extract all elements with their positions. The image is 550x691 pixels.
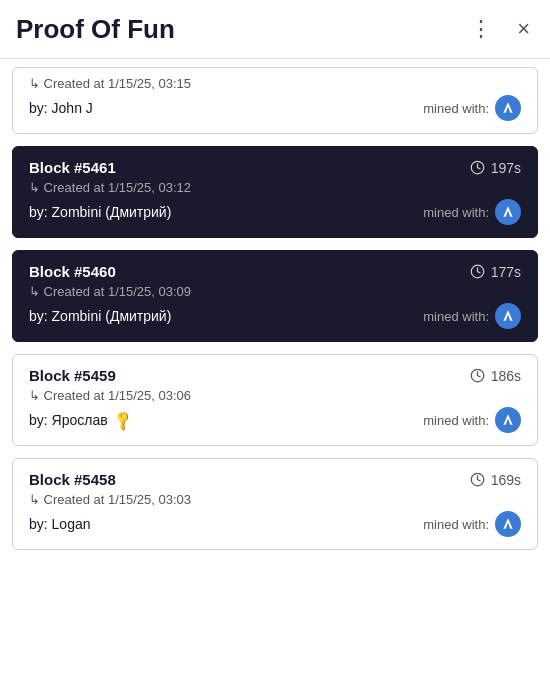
block-top-5461: Block #5461 197s — [29, 159, 521, 176]
clock-icon-5459 — [470, 368, 486, 384]
block-by-5459: by: Ярослав 🔑 — [29, 412, 131, 428]
block-bottom-partial: by: John J mined with: — [29, 95, 521, 121]
block-created-5459: ↳ Created at 1/15/25, 03:06 — [29, 388, 521, 403]
block-bottom-5461: by: Zombini (Дмитрий) mined with: — [29, 199, 521, 225]
block-bottom-5459: by: Ярослав 🔑 mined with: — [29, 407, 521, 433]
verus-logo-5459 — [495, 407, 521, 433]
blocks-list: ↳ Created at 1/15/25, 03:15 by: John J m… — [0, 59, 550, 570]
clock-icon-5461 — [470, 160, 486, 176]
mined-with-5459: mined with: — [423, 407, 521, 433]
block-card-5461: Block #5461 197s ↳ Created at 1/15/25, 0… — [12, 146, 538, 238]
block-seconds-5459: 186s — [491, 368, 521, 384]
mined-label-5460: mined with: — [423, 309, 489, 324]
block-by-5461: by: Zombini (Дмитрий) — [29, 204, 171, 220]
block-created-5461: ↳ Created at 1/15/25, 03:12 — [29, 180, 521, 195]
block-card-5460: Block #5460 177s ↳ Created at 1/15/25, 0… — [12, 250, 538, 342]
block-top-5458: Block #5458 169s — [29, 471, 521, 488]
verus-logo-partial — [495, 95, 521, 121]
header-actions: ⋮ × — [466, 12, 534, 46]
app-container: Proof Of Fun ⋮ × ↳ Created at 1/15/25, 0… — [0, 0, 550, 570]
block-number-5459: Block #5459 — [29, 367, 116, 384]
block-card-5458: Block #5458 169s ↳ Created at 1/15/25, 0… — [12, 458, 538, 550]
verus-logo-5458 — [495, 511, 521, 537]
verus-logo-5461 — [495, 199, 521, 225]
block-card-5459: Block #5459 186s ↳ Created at 1/15/25, 0… — [12, 354, 538, 446]
block-by-5460: by: Zombini (Дмитрий) — [29, 308, 171, 324]
block-time-5460: 177s — [470, 264, 521, 280]
close-button[interactable]: × — [513, 12, 534, 46]
mined-label-5461: mined with: — [423, 205, 489, 220]
more-options-button[interactable]: ⋮ — [466, 12, 497, 46]
mined-label-5458: mined with: — [423, 517, 489, 532]
mined-with-5461: mined with: — [423, 199, 521, 225]
mined-with-partial: mined with: — [423, 95, 521, 121]
mined-with-5460: mined with: — [423, 303, 521, 329]
block-seconds-5458: 169s — [491, 472, 521, 488]
clock-icon-5460 — [470, 264, 486, 280]
clock-icon-5458 — [470, 472, 486, 488]
mined-label-5459: mined with: — [423, 413, 489, 428]
header: Proof Of Fun ⋮ × — [0, 0, 550, 59]
block-top-5460: Block #5460 177s — [29, 263, 521, 280]
mined-with-5458: mined with: — [423, 511, 521, 537]
block-number-5460: Block #5460 — [29, 263, 116, 280]
block-created-5460: ↳ Created at 1/15/25, 03:09 — [29, 284, 521, 299]
block-number-5461: Block #5461 — [29, 159, 116, 176]
block-number-5458: Block #5458 — [29, 471, 116, 488]
page-title: Proof Of Fun — [16, 14, 175, 45]
block-bottom-5460: by: Zombini (Дмитрий) mined with: — [29, 303, 521, 329]
block-created-5458: ↳ Created at 1/15/25, 03:03 — [29, 492, 521, 507]
mined-label-partial: mined with: — [423, 101, 489, 116]
block-card-partial: ↳ Created at 1/15/25, 03:15 by: John J m… — [12, 67, 538, 134]
key-icon-5459: 🔑 — [110, 408, 133, 431]
block-by-partial: by: John J — [29, 100, 93, 116]
block-time-5458: 169s — [470, 472, 521, 488]
block-time-5461: 197s — [470, 160, 521, 176]
block-created-partial: ↳ Created at 1/15/25, 03:15 — [29, 76, 521, 91]
block-seconds-5460: 177s — [491, 264, 521, 280]
block-time-5459: 186s — [470, 368, 521, 384]
close-icon: × — [517, 16, 530, 42]
block-seconds-5461: 197s — [491, 160, 521, 176]
more-icon: ⋮ — [470, 16, 493, 42]
block-by-5458: by: Logan — [29, 516, 91, 532]
block-bottom-5458: by: Logan mined with: — [29, 511, 521, 537]
block-top-5459: Block #5459 186s — [29, 367, 521, 384]
verus-logo-5460 — [495, 303, 521, 329]
